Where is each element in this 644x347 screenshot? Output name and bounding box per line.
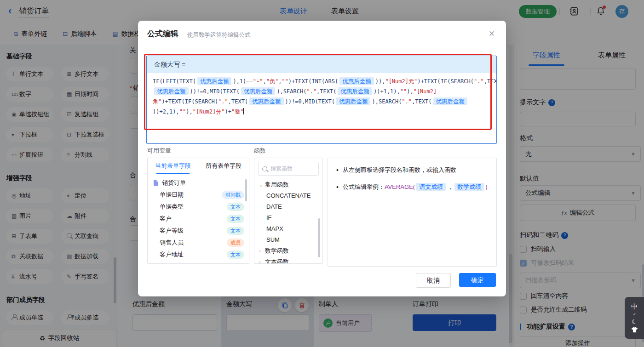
string-token: "." — [402, 98, 412, 105]
function-group-collapsed[interactable]: ›文本函数 — [254, 256, 322, 264]
string-token: "" — [400, 88, 407, 95]
function-group-label: 文本函数 — [265, 258, 289, 264]
formula-line: 角")+TEXT(IF(SEARCH(".",TEXT(优惠后金额))!=0,M… — [153, 97, 490, 107]
tip-example-line: • 公式编辑举例：AVERAGE(语文成绩，数学成绩) — [336, 182, 488, 192]
theme-shirt-icon[interactable] — [631, 327, 638, 333]
field-token[interactable]: 优惠后金额 — [249, 97, 284, 105]
bullet: • — [336, 165, 339, 175]
variable-row[interactable]: 销售人员成员 — [148, 237, 249, 249]
close-icon[interactable]: ✕ — [489, 29, 495, 39]
string-token: "-" — [253, 78, 263, 85]
functions-panel: 搜索函数 ⌄常用函数CONCATENATEDATEIFMAPXSUM›数学函数›… — [254, 158, 323, 264]
code-token: )+TEXT(INT(ABS( — [288, 78, 338, 85]
code-token: )+ — [225, 108, 231, 115]
code-token: )+TEXT(IF(SEARCH( — [417, 78, 474, 85]
confirm-button[interactable]: 确定 — [459, 273, 496, 287]
formula-editor[interactable]: 金额大写 = IF(LEFT(TEXT(优惠后金额),1)=="-","负","… — [146, 56, 497, 144]
functions-section-label: 函数 — [254, 147, 266, 155]
field-token[interactable]: 优惠后金额 — [241, 87, 276, 95]
variable-type-badge: 文本 — [227, 250, 244, 259]
string-token: "[Num2]元" — [385, 78, 417, 85]
code-token: ),SEARCH( — [372, 98, 402, 105]
code-token: ,TEXT( — [412, 98, 431, 105]
variables-tabs: 当前表单字段所有表单字段 — [148, 158, 249, 174]
string-token: "." — [218, 98, 228, 105]
search-placeholder: 搜索函数 — [270, 165, 293, 173]
variable-name: 销售人员 — [160, 239, 227, 247]
text-cursor — [243, 108, 244, 114]
tip-line: • 从左侧面板选择字段名和函数，或输入函数 — [336, 165, 488, 175]
code-token: ,TEXT( — [484, 78, 497, 85]
example-field-chip: 数学成绩 — [454, 183, 484, 191]
variable-type-badge: 时间戳 — [222, 191, 244, 199]
browser-extension-widget[interactable]: 中 ♂ ☾ — [625, 297, 644, 339]
formula-code: IF(LEFT(TEXT(优惠后金额),1)=="-","负","")+TEXT… — [147, 73, 496, 117]
functions-scrollbar-thumb[interactable] — [318, 218, 320, 257]
variable-row[interactable]: 客户地址文本 — [148, 249, 249, 261]
chevron-right-icon: › — [259, 246, 265, 257]
string-token: "." — [474, 78, 484, 85]
code-token: ,TEXT( — [228, 98, 248, 105]
formula-target-label: 金额大写 = — [147, 56, 496, 73]
string-token: "" — [179, 108, 186, 115]
code-token: ))+2,1), — [153, 108, 179, 115]
string-token: "负" — [266, 78, 278, 85]
field-token[interactable]: 优惠后金额 — [433, 97, 468, 105]
chevron-down-icon: ⌄ — [259, 180, 265, 191]
fn-item-MAPX[interactable]: MAPX — [254, 223, 322, 234]
code-token: ), — [186, 108, 192, 115]
dark-mode-icon[interactable]: ☾ — [631, 318, 638, 325]
variable-row[interactable]: 客户等级文本 — [148, 225, 249, 237]
field-token[interactable]: 优惠后金额 — [339, 77, 374, 85]
formula-line: ))+2,1),""),"[Num2]分")+"整" — [153, 107, 490, 117]
string-token: "[Num2] — [414, 88, 437, 95]
variable-name: 客户地址 — [160, 250, 227, 259]
variable-type-badge: 文本 — [227, 203, 244, 211]
fn-item-SUM[interactable]: SUM — [254, 234, 322, 245]
tips-panel: • 从左侧面板选择字段名和函数，或输入函数 • 公式编辑举例：AVERAGE(语… — [328, 158, 497, 267]
formula-line: 优惠后金额))!=0,MID(TEXT(优惠后金额),SEARCH(".",TE… — [153, 86, 490, 97]
string-token: "[Num2]分" — [193, 108, 225, 115]
code-token: )+TEXT(IF(SEARCH( — [161, 98, 218, 105]
fn-item-CONCATENATE[interactable]: CONCATENATE — [254, 190, 322, 201]
function-group-collapsed[interactable]: ›数学函数 — [254, 245, 322, 256]
variable-row[interactable]: 单据类型文本 — [148, 201, 249, 213]
fn-item-IF[interactable]: IF — [254, 212, 322, 223]
fn-item-DATE[interactable]: DATE — [254, 201, 322, 212]
form-root-row[interactable]: 销货订单 — [148, 177, 249, 189]
tab-all-form-fields[interactable]: 所有表单字段 — [198, 158, 249, 174]
modal-subtitle: 使用数学运算符编辑公式 — [187, 31, 251, 39]
variables-section-label: 可用变量 — [147, 147, 171, 155]
pinyin-icon[interactable]: ♂ — [632, 312, 636, 317]
field-token[interactable]: 优惠后金额 — [197, 77, 232, 85]
variables-panel: 当前表单字段所有表单字段 销货订单 单据日期时间戳单据类型文本客户文本客户等级文… — [147, 158, 249, 264]
field-token[interactable]: 优惠后金额 — [154, 87, 189, 95]
field-token[interactable]: 优惠后金额 — [336, 97, 371, 105]
code-token: ),SEARCH( — [276, 88, 306, 95]
chevron-right-icon: › — [259, 257, 265, 264]
function-search-input[interactable]: 搜索函数 — [258, 162, 319, 176]
string-token: "" — [282, 78, 288, 85]
cancel-button[interactable]: 取消 — [416, 273, 451, 288]
formula-edit-modal: 公式编辑 使用数学运算符编辑公式 ✕ 金额大写 = IF(LEFT(TEXT(优… — [138, 21, 506, 296]
string-token: 角" — [153, 98, 161, 105]
code-token: ,TEXT( — [316, 88, 336, 95]
string-token: "整" — [231, 108, 243, 115]
variable-type-badge: 成员 — [227, 239, 244, 247]
variables-scrollbar-thumb[interactable] — [245, 179, 247, 201]
translate-icon[interactable]: 中 — [631, 303, 638, 310]
variable-row[interactable]: 单据日期时间戳 — [148, 189, 249, 201]
search-icon — [262, 166, 267, 171]
variable-name: 单据类型 — [160, 203, 227, 211]
function-group-label: 数学函数 — [265, 247, 289, 254]
formula-line: IF(LEFT(TEXT(优惠后金额),1)=="-","负","")+TEXT… — [153, 76, 490, 86]
code-token: ))+1,1), — [374, 88, 400, 95]
function-group-expanded[interactable]: ⌄常用函数 — [254, 179, 322, 190]
field-token[interactable]: 优惠后金额 — [338, 87, 372, 95]
form-file-icon — [153, 180, 159, 186]
code-token: ))!=0,MID(TEXT( — [190, 88, 240, 95]
code-token: ),1)== — [233, 78, 253, 85]
tab-current-form-fields[interactable]: 当前表单字段 — [148, 158, 198, 174]
variable-row[interactable]: 客户文本 — [148, 213, 249, 225]
example-field-chip: 语文成绩 — [416, 183, 446, 191]
